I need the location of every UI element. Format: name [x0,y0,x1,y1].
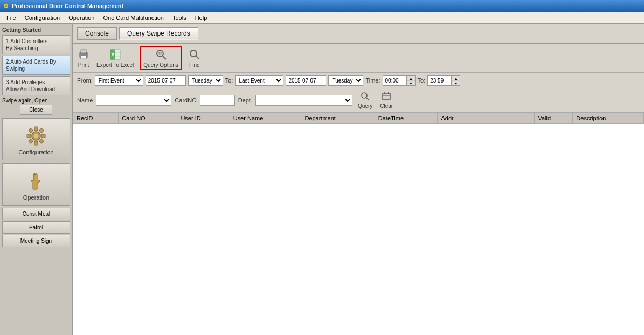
col-datetime: DateTime [375,113,438,124]
cardno-input[interactable] [200,95,235,106]
time-from-spinner[interactable]: ▲ ▼ [407,75,416,86]
menu-help[interactable]: Help [191,13,212,22]
svg-rect-4 [27,134,31,138]
menu-configuration[interactable]: Configuration [20,13,64,22]
col-addr: Addr [438,113,535,124]
export-label: Export To Excel [96,62,134,68]
svg-text:X: X [112,52,115,57]
date-from-input[interactable] [146,75,186,86]
gear-icon [23,123,49,149]
sidebar-configuration-label: Configuration [18,149,53,155]
col-recid: RecID [73,113,119,124]
menu-operation[interactable]: Operation [64,13,99,22]
time-to-down[interactable]: ▼ [452,80,460,85]
sidebar-section-label: Getting Started [2,26,70,34]
day-from-select[interactable]: Tuesday [188,75,223,86]
svg-rect-2 [34,127,38,131]
query-options-icon [155,48,168,61]
query-icon [361,92,370,102]
close-button[interactable]: Close [20,105,52,115]
hand-icon [23,168,49,194]
svg-point-27 [362,93,367,98]
sidebar-configuration-button[interactable]: Configuration [2,118,70,160]
tab-console[interactable]: Console [77,27,117,40]
time-to-container: ▲ ▼ [427,75,460,86]
name-label: Name [77,97,93,104]
col-dept: Department [301,113,375,124]
filter-bar2: Name CardNO Dept. Query [73,88,644,113]
app-title: Professional Door Control Management [12,3,123,9]
svg-rect-6 [29,128,33,133]
time-to-label: To: [418,77,426,84]
svg-point-25 [190,50,197,57]
sidebar-meeting-sign-button[interactable]: Meeting Sign [2,235,70,247]
sidebar: Getting Started 1.Add Controllers By Sea… [0,24,73,335]
sidebar-operation-button[interactable]: Operation [2,163,70,206]
svg-rect-3 [34,141,38,145]
col-valid: Valid [535,113,573,124]
from-select[interactable]: First Event [95,75,143,86]
sidebar-patrol-button[interactable]: Patrol [2,221,70,234]
from-label: From: [77,77,93,84]
records-table: RecID Card NO User ID User Name Departme… [73,113,644,124]
clear-label: Clear [380,103,393,109]
to-label: To: [225,77,233,84]
find-button[interactable]: Find [188,48,201,68]
tab-query-swipe[interactable]: Query Swipe Records [119,27,198,40]
clear-icon [382,92,391,102]
sidebar-operation-label: Operation [23,194,49,201]
to-select[interactable]: Last Event [235,75,283,86]
toolbar: Print X Export To Excel [73,44,644,73]
sidebar-item-auto-add-cards[interactable]: 2.Auto Add Cards By Swiping [2,56,70,75]
col-username: User Name [230,113,301,124]
col-userid: User ID [177,113,230,124]
dept-select[interactable] [255,95,352,106]
svg-rect-7 [39,128,44,133]
svg-rect-9 [39,139,44,143]
svg-rect-5 [41,134,45,138]
cardno-label: CardNO [175,97,196,104]
menu-tools[interactable]: Tools [168,13,191,22]
menu-one-card[interactable]: One Card Multifunction [99,13,168,22]
menu-file[interactable]: File [2,13,20,22]
query-options-label: Query Options [143,62,178,68]
time-to-up[interactable]: ▲ [452,76,460,80]
print-icon [77,48,90,61]
svg-line-26 [196,56,199,59]
menu-bar: File Configuration Operation One Card Mu… [0,12,644,24]
time-from-down[interactable]: ▼ [407,80,415,85]
query-options-button[interactable]: Query Options [140,46,181,70]
query-button[interactable]: Query [356,91,375,110]
svg-rect-12 [81,56,86,59]
print-button[interactable]: Print [77,48,90,68]
time-from-input[interactable] [383,75,407,86]
col-description: Description [573,113,644,124]
dept-label: Dept. [238,97,252,104]
find-icon [188,48,201,61]
excel-icon: X [109,48,122,61]
name-select[interactable] [96,95,171,106]
day-to-select[interactable]: Tuesday [328,75,363,86]
clear-button[interactable]: Clear [378,91,395,110]
title-icon: ⚙ [3,3,9,10]
time-to-spinner[interactable]: ▲ ▼ [452,75,460,86]
sidebar-const-meal-button[interactable]: Const Meal [2,208,70,220]
tab-bar: Console Query Swipe Records [73,24,644,44]
sidebar-item-add-privileges[interactable]: 3.Add Privileges Allow And Download [2,76,70,95]
svg-rect-8 [29,139,33,143]
main-layout: Getting Started 1.Add Controllers By Sea… [0,24,644,335]
col-cardno: Card NO [119,113,177,124]
svg-line-28 [366,98,369,100]
time-label: Time: [365,77,380,84]
filter-bar: From: First Event Tuesday To: Last Event… [73,73,644,88]
svg-rect-13 [86,53,87,54]
export-excel-button[interactable]: X Export To Excel [96,48,134,68]
svg-rect-29 [383,93,390,100]
date-to-input[interactable] [286,75,326,86]
table-area[interactable]: RecID Card NO User ID User Name Departme… [73,113,644,335]
time-from-up[interactable]: ▲ [407,76,415,80]
sidebar-item-add-controllers[interactable]: 1.Add Controllers By Searching [2,35,70,54]
svg-point-1 [34,134,38,138]
title-bar: ⚙ Professional Door Control Management [0,0,644,12]
time-to-input[interactable] [427,75,452,86]
